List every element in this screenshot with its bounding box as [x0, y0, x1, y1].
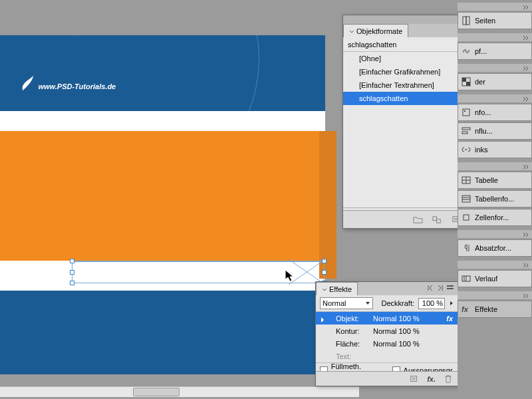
- group-collapser[interactable]: [458, 291, 532, 299]
- svg-rect-21: [462, 78, 466, 82]
- effect-target-row[interactable]: Text:: [316, 350, 458, 362]
- link-icon: [462, 47, 471, 56]
- sidebar-tab-info[interactable]: nfo...: [458, 104, 532, 121]
- blend-mode-select[interactable]: Normal: [320, 297, 373, 309]
- svg-rect-33: [464, 215, 469, 220]
- sidebar-tab-label: Zellenfor...: [475, 213, 509, 221]
- svg-text:fx: fx: [462, 305, 469, 313]
- resize-handle[interactable]: [70, 270, 74, 275]
- panel-footer: fx.: [316, 371, 458, 386]
- chevron-down-icon: [365, 301, 370, 306]
- svg-rect-25: [462, 128, 470, 130]
- sidebar-tab-pages[interactable]: Seiten: [458, 12, 532, 29]
- trash-icon[interactable]: [444, 374, 453, 384]
- effect-target-label: Kontur:: [336, 327, 373, 335]
- resize-handle[interactable]: [70, 281, 74, 285]
- style-item-label: [Einfacher Textrahmen]: [359, 81, 434, 89]
- group-collapser[interactable]: [458, 3, 532, 11]
- sidebar-tab-gradient[interactable]: Verlauf: [458, 270, 532, 287]
- sidebar-tab-cellfmt[interactable]: Zellenfor...: [458, 209, 532, 226]
- effect-target-row[interactable]: Kontur:Normal 100 %: [316, 325, 458, 337]
- svg-rect-18: [463, 17, 466, 25]
- sidebar-tab-label: Verlauf: [475, 275, 497, 283]
- canvas-area[interactable]: www.PSD-Tutorials.de: [0, 0, 366, 399]
- style-item-label: [Einfacher Grafikrahmen]: [359, 68, 440, 76]
- sidebar-tab-fx[interactable]: fxEffekte: [458, 301, 532, 318]
- sidebar-tab-para[interactable]: Absatzfor...: [458, 239, 532, 257]
- sidebar-tab-align[interactable]: nflu...: [458, 122, 532, 140]
- horizontal-scrollbar[interactable]: [0, 386, 359, 397]
- group-collapser[interactable]: [458, 94, 532, 102]
- gradient-icon: [462, 274, 471, 283]
- chevron-right-icon[interactable]: [449, 301, 454, 306]
- effect-target-row[interactable]: Fläche:Normal 100 %: [316, 337, 458, 350]
- sidebar-tab-swatch[interactable]: der: [458, 73, 532, 90]
- opacity-input[interactable]: 100 %: [418, 298, 445, 309]
- effect-target-label: Fläche:: [336, 340, 373, 348]
- group-collapser[interactable]: [458, 162, 532, 170]
- group-collapser[interactable]: [458, 230, 532, 238]
- svg-rect-12: [437, 219, 441, 223]
- svg-rect-24: [464, 110, 466, 112]
- effect-target-row[interactable]: Objekt:Normal 100 %fx: [316, 312, 458, 325]
- fx-icon: fx: [462, 305, 471, 314]
- sidebar-tab-label: Absatzfor...: [475, 244, 511, 252]
- info-icon: [462, 108, 471, 117]
- clear-override-icon[interactable]: [432, 215, 442, 225]
- orange-rectangle[interactable]: [0, 131, 319, 261]
- blend-opacity-row: Normal Deckkraft: 100 %: [316, 295, 458, 312]
- effekte-panel: Effekte Normal Deckkraft: 100 % Objekt:N…: [315, 281, 459, 386]
- next-icon[interactable]: [436, 284, 444, 292]
- group-collapser[interactable]: [458, 261, 532, 269]
- prev-icon[interactable]: [426, 284, 434, 292]
- effect-target-label: Objekt:: [336, 315, 373, 323]
- sidebar-tab-chain[interactable]: inks: [458, 141, 532, 158]
- sidebar-tab-label: der: [475, 78, 485, 86]
- sidebar-tab-label: pf...: [475, 47, 487, 55]
- svg-rect-22: [466, 82, 470, 86]
- svg-rect-30: [462, 196, 470, 202]
- style-item-label: schlagschatten: [359, 94, 408, 102]
- sidebar-tab-label: Effekte: [475, 305, 497, 313]
- sidebar-tab-label: Tabellenfo...: [475, 195, 514, 203]
- opacity-label: Deckkraft:: [381, 299, 414, 307]
- svg-rect-26: [462, 132, 467, 134]
- orange-side: [319, 131, 336, 279]
- panel-tab-row: Effekte: [316, 282, 458, 295]
- fx-icon[interactable]: fx.: [427, 375, 436, 383]
- effect-target-value: Normal 100 %: [373, 315, 420, 323]
- sidebar-tab-tablefmt[interactable]: Tabellenfo...: [458, 190, 532, 207]
- sidebar-tab-table[interactable]: Tabelle: [458, 172, 532, 189]
- para-icon: [462, 243, 471, 253]
- swatch-icon: [462, 77, 471, 86]
- svg-rect-23: [463, 109, 469, 116]
- pages-icon: [462, 16, 471, 25]
- disclosure-triangle-icon: [321, 317, 327, 323]
- sidebar-tab-label: inks: [475, 146, 488, 154]
- sidebar-tab-label: Tabelle: [475, 176, 498, 184]
- svg-rect-11: [433, 216, 437, 220]
- panel-menu-icon[interactable]: [446, 284, 456, 292]
- resize-handle[interactable]: [70, 259, 74, 263]
- expand-icon: [349, 29, 354, 34]
- sidebar-tab-link[interactable]: pf...: [458, 43, 532, 60]
- tab-effekte[interactable]: Effekte: [316, 282, 358, 295]
- sidebar-tab-label: Seiten: [475, 17, 495, 25]
- tab-objektformate[interactable]: Objektformate: [343, 24, 408, 37]
- sidebar-tab-label: nflu...: [475, 127, 493, 135]
- sidebar-tab-label: nfo...: [475, 108, 491, 116]
- group-collapser[interactable]: [458, 64, 532, 72]
- effect-target-value: Normal 100 %: [373, 327, 420, 335]
- expand-icon: [322, 287, 327, 292]
- fx-badge-icon: fx: [446, 315, 453, 323]
- svg-rect-15: [447, 285, 454, 287]
- cellfmt-icon: [462, 213, 471, 222]
- clear-fx-icon[interactable]: [410, 374, 419, 384]
- svg-rect-16: [447, 288, 454, 289]
- folder-icon[interactable]: [413, 215, 423, 225]
- group-collapser[interactable]: [458, 33, 532, 41]
- style-item-label: [Ohne]: [359, 55, 381, 63]
- effect-target-value: Normal 100 %: [373, 340, 420, 348]
- chain-icon: [462, 145, 471, 154]
- scrollbar-thumb[interactable]: [133, 388, 180, 396]
